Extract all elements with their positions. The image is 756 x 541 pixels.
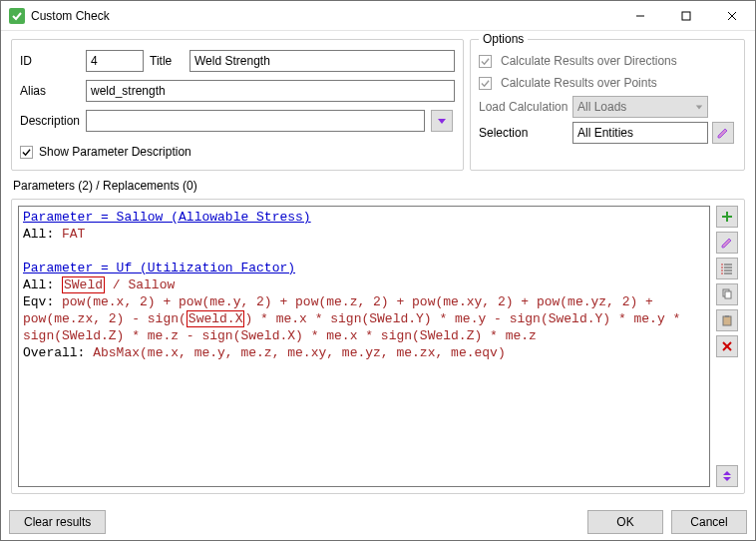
svg-rect-7 (722, 216, 732, 218)
parameters-box: Parameter = Sallow (Allowable Stress) Al… (11, 199, 745, 494)
titlebar: Custom Check (1, 1, 755, 31)
close-button[interactable] (709, 1, 755, 30)
param1-all-value: FAT (62, 227, 85, 242)
eqv-boxed: Sweld.X (187, 310, 245, 327)
svg-marker-22 (723, 471, 731, 475)
eqv-prefix: Eqv: (23, 294, 62, 309)
description-dropdown-button[interactable] (431, 110, 453, 132)
pencil-icon (721, 237, 733, 249)
alias-field[interactable] (86, 80, 455, 102)
pencil-icon (717, 127, 729, 139)
svg-marker-5 (696, 105, 702, 109)
list-button[interactable] (716, 258, 738, 279)
id-label: ID (20, 54, 80, 68)
svg-point-13 (721, 267, 723, 269)
overall-prefix: Overall: (23, 345, 93, 360)
svg-rect-18 (723, 316, 731, 325)
selection-label: Selection (479, 126, 568, 140)
title-label: Title (150, 54, 184, 68)
calc-points-label: Calculate Results over Points (501, 76, 736, 90)
param2-all-prefix: All: (23, 277, 62, 292)
selection-field[interactable]: All Entities (572, 122, 708, 144)
description-field[interactable] (86, 110, 425, 132)
svg-rect-1 (682, 12, 690, 20)
footer: Clear results OK Cancel (1, 504, 755, 540)
id-field[interactable] (86, 50, 144, 72)
param2-declaration: Parameter = Uf (Utilization Factor) (23, 261, 295, 275)
param2-all-boxed: SWeld (62, 276, 105, 293)
ok-button[interactable]: OK (587, 510, 663, 534)
show-param-label: Show Parameter Description (39, 145, 191, 159)
param1-all-prefix: All: (23, 227, 62, 242)
updown-icon (721, 470, 733, 482)
delete-button[interactable] (716, 335, 738, 357)
selection-value: All Entities (577, 126, 633, 140)
minimize-button[interactable] (617, 1, 663, 30)
copy-button[interactable] (716, 283, 738, 305)
clear-results-button[interactable]: Clear results (9, 510, 106, 534)
chevron-down-icon (695, 103, 703, 111)
edit-button[interactable] (716, 232, 738, 254)
options-legend: Options (479, 32, 528, 46)
copy-icon (721, 288, 733, 300)
add-button[interactable] (716, 206, 738, 228)
paste-button[interactable] (716, 309, 738, 331)
svg-point-15 (721, 272, 723, 274)
title-field[interactable] (189, 50, 455, 72)
description-label: Description (20, 114, 80, 128)
window-title: Custom Check (31, 9, 617, 23)
add-icon (721, 211, 733, 223)
alias-label: Alias (20, 84, 80, 98)
load-calc-combo: All Loads (572, 96, 708, 118)
param2-all-rest: / Sallow (105, 277, 175, 292)
calc-points-checkbox (479, 77, 492, 90)
maximize-button[interactable] (663, 1, 709, 30)
cancel-button[interactable]: Cancel (671, 510, 747, 534)
svg-point-12 (721, 264, 723, 266)
parameters-header: Parameters (2) / Replacements (0) (11, 175, 745, 195)
svg-point-14 (721, 270, 723, 271)
options-group: Options Calculate Results over Direction… (470, 39, 745, 171)
reorder-button[interactable] (716, 465, 738, 487)
show-param-checkbox[interactable] (20, 146, 33, 159)
chevron-down-icon (437, 116, 447, 126)
app-icon (9, 8, 25, 24)
calc-directions-checkbox (479, 55, 492, 68)
param1-declaration: Parameter = Sallow (Allowable Stress) (23, 210, 311, 225)
code-area[interactable]: Parameter = Sallow (Allowable Stress) Al… (18, 206, 710, 487)
svg-marker-23 (723, 477, 731, 481)
overall-value: AbsMax(me.x, me.y, me.z, me.xy, me.yz, m… (93, 345, 505, 360)
load-calc-label: Load Calculation (479, 100, 568, 114)
delete-icon (721, 340, 733, 352)
list-icon (721, 263, 733, 274)
svg-rect-19 (725, 315, 729, 317)
paste-icon (721, 314, 733, 326)
svg-marker-4 (438, 119, 446, 124)
form-pane: ID Title Alias Description (11, 39, 464, 171)
load-calc-value: All Loads (577, 100, 626, 114)
selection-edit-button[interactable] (712, 122, 734, 144)
calc-directions-label: Calculate Results over Directions (501, 54, 736, 68)
svg-rect-17 (725, 291, 731, 298)
